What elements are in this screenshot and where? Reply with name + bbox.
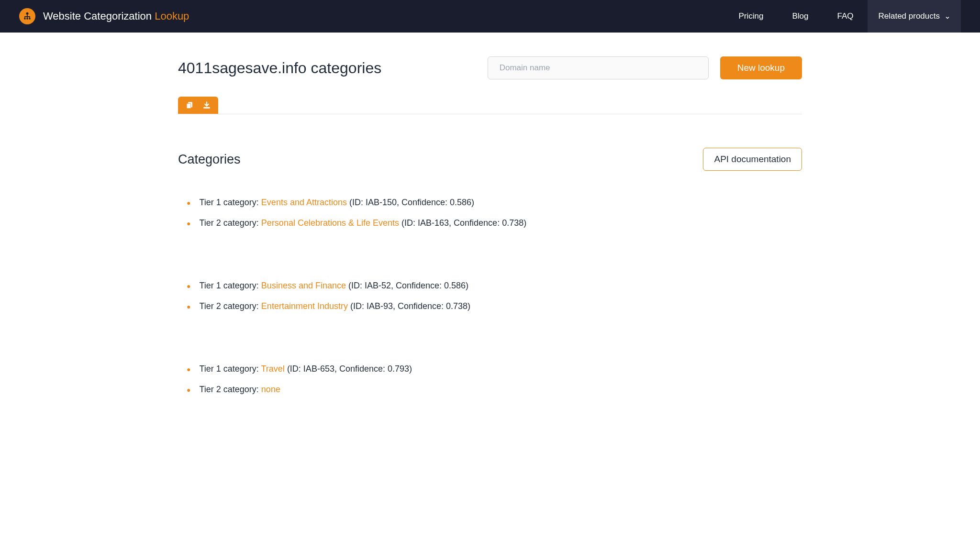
category-group: ● Tier 1 category: Travel (ID: IAB-653, …: [178, 364, 802, 395]
nav-related-products[interactable]: Related products: [868, 0, 961, 33]
new-lookup-button[interactable]: New lookup: [720, 56, 802, 79]
chevron-down-icon: [945, 13, 950, 19]
bullet-icon: ●: [187, 220, 190, 227]
category-link[interactable]: Business and Finance: [261, 281, 346, 290]
category-meta: (ID: IAB-163, Confidence: 0.738): [399, 218, 526, 228]
categories-section: Categories API documentation ● Tier 1 ca…: [178, 148, 802, 395]
list-item: ● Tier 1 category: Travel (ID: IAB-653, …: [178, 364, 802, 374]
svg-rect-4: [27, 16, 28, 18]
tier-label: Tier 1 category:: [199, 364, 261, 374]
svg-point-7: [26, 18, 28, 20]
svg-point-8: [29, 18, 31, 20]
toolbar-row: [178, 97, 802, 114]
logo-icon: [19, 8, 35, 24]
categories-header: Categories API documentation: [178, 148, 802, 171]
main-nav: Pricing Blog FAQ Related products: [724, 0, 961, 33]
svg-point-6: [24, 18, 26, 20]
category-link[interactable]: Personal Celebrations & Life Events: [261, 218, 399, 228]
nav-blog[interactable]: Blog: [778, 0, 823, 33]
top-row: 4011sagesave.info categories New lookup: [178, 56, 802, 79]
list-item: ● Tier 1 category: Business and Finance …: [178, 281, 802, 291]
tier-label: Tier 1 category:: [199, 281, 261, 290]
category-meta: (ID: IAB-150, Confidence: 0.586): [347, 198, 474, 207]
bullet-icon: ●: [187, 366, 190, 373]
bullet-icon: ●: [187, 199, 190, 206]
search-area: New lookup: [488, 56, 802, 79]
list-item: ● Tier 2 category: Entertainment Industr…: [178, 301, 802, 311]
category-meta: (ID: IAB-93, Confidence: 0.738): [348, 301, 470, 311]
tier-label: Tier 2 category:: [199, 301, 261, 311]
svg-rect-10: [203, 107, 210, 109]
tier-label: Tier 1 category:: [199, 198, 261, 207]
list-item: ● Tier 2 category: Personal Celebrations…: [178, 218, 802, 228]
category-group: ● Tier 1 category: Business and Finance …: [178, 281, 802, 311]
action-pill: [178, 97, 218, 114]
list-item: ● Tier 2 category: none: [178, 385, 802, 395]
download-icon[interactable]: [202, 100, 212, 110]
categories-title: Categories: [178, 152, 241, 167]
category-link[interactable]: Travel: [261, 364, 285, 374]
svg-rect-5: [29, 16, 30, 18]
nav-faq[interactable]: FAQ: [823, 0, 868, 33]
site-header: Website Categorization Lookup Pricing Bl…: [0, 0, 980, 33]
category-group: ● Tier 1 category: Events and Attraction…: [178, 198, 802, 228]
list-item: ● Tier 1 category: Events and Attraction…: [178, 198, 802, 208]
main-container: 4011sagesave.info categories New lookup: [159, 33, 821, 433]
svg-rect-3: [24, 16, 25, 18]
bullet-icon: ●: [187, 386, 190, 393]
bullet-icon: ●: [187, 303, 190, 310]
nav-related-label: Related products: [878, 11, 940, 21]
page-title: 4011sagesave.info categories: [178, 59, 381, 77]
brand-main: Website Categorization: [43, 10, 155, 22]
nav-pricing[interactable]: Pricing: [724, 0, 778, 33]
api-documentation-button[interactable]: API documentation: [703, 148, 802, 171]
category-link[interactable]: Entertainment Industry: [261, 301, 348, 311]
tier-label: Tier 2 category:: [199, 385, 261, 394]
category-meta: (ID: IAB-52, Confidence: 0.586): [346, 281, 468, 290]
svg-point-0: [26, 12, 29, 15]
category-link[interactable]: none: [261, 385, 280, 394]
brand-accent: Lookup: [155, 10, 189, 22]
bullet-icon: ●: [187, 283, 190, 289]
category-link[interactable]: Events and Attractions: [261, 198, 347, 207]
category-meta: (ID: IAB-653, Confidence: 0.793): [285, 364, 412, 374]
logo-area[interactable]: Website Categorization Lookup: [19, 8, 189, 24]
logo-text: Website Categorization Lookup: [43, 10, 189, 22]
copy-icon[interactable]: [185, 100, 194, 110]
domain-input[interactable]: [488, 56, 709, 79]
tier-label: Tier 2 category:: [199, 218, 261, 228]
